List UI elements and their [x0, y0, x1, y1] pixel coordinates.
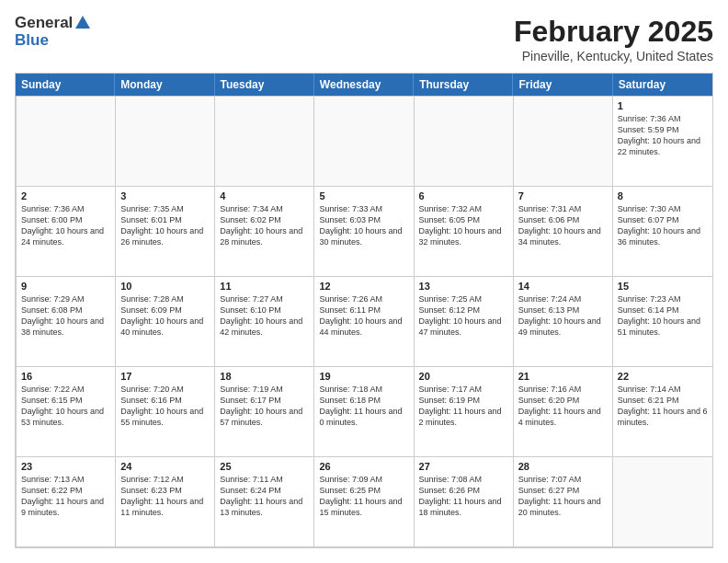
cal-cell-empty-0-2 — [215, 97, 314, 186]
cal-header-saturday: Saturday — [613, 74, 712, 96]
cal-cell-6: 6Sunrise: 7:32 AM Sunset: 6:05 PM Daylig… — [415, 187, 514, 276]
cal-header-wednesday: Wednesday — [314, 74, 414, 96]
cal-cell-19: 19Sunrise: 7:18 AM Sunset: 6:18 PM Dayli… — [314, 367, 414, 456]
cal-cell-16: 16Sunrise: 7:22 AM Sunset: 6:15 PM Dayli… — [17, 367, 116, 456]
cal-header-tuesday: Tuesday — [215, 74, 314, 96]
cal-header-sunday: Sunday — [16, 74, 115, 96]
day-number: 9 — [21, 281, 110, 292]
day-number: 5 — [319, 190, 408, 201]
day-number: 28 — [518, 461, 608, 472]
cell-info: Sunrise: 7:31 AM Sunset: 6:06 PM Dayligh… — [518, 203, 608, 248]
cal-cell-27: 27Sunrise: 7:08 AM Sunset: 6:26 PM Dayli… — [415, 457, 514, 546]
day-number: 2 — [21, 190, 110, 201]
cal-cell-4: 4Sunrise: 7:34 AM Sunset: 6:02 PM Daylig… — [215, 187, 314, 276]
svg-marker-0 — [75, 16, 90, 29]
day-number: 15 — [618, 281, 708, 292]
cal-cell-28: 28Sunrise: 7:07 AM Sunset: 6:27 PM Dayli… — [514, 457, 613, 546]
cal-cell-9: 9Sunrise: 7:29 AM Sunset: 6:08 PM Daylig… — [17, 277, 116, 366]
cell-info: Sunrise: 7:28 AM Sunset: 6:09 PM Dayligh… — [120, 293, 210, 339]
cell-info: Sunrise: 7:12 AM Sunset: 6:23 PM Dayligh… — [120, 474, 210, 519]
cal-cell-23: 23Sunrise: 7:13 AM Sunset: 6:22 PM Dayli… — [17, 457, 116, 546]
calendar-title: February 2025 — [514, 15, 713, 49]
cal-cell-empty-0-5 — [514, 97, 613, 186]
calendar-grid: 1Sunrise: 7:36 AM Sunset: 5:59 PM Daylig… — [16, 96, 712, 547]
cell-info: Sunrise: 7:27 AM Sunset: 6:10 PM Dayligh… — [220, 293, 309, 339]
cal-cell-empty-4-6 — [613, 457, 712, 546]
day-number: 17 — [120, 371, 210, 382]
cal-cell-empty-0-4 — [415, 97, 514, 186]
cal-cell-12: 12Sunrise: 7:26 AM Sunset: 6:11 PM Dayli… — [314, 277, 414, 366]
cell-info: Sunrise: 7:34 AM Sunset: 6:02 PM Dayligh… — [220, 203, 309, 248]
cal-cell-1: 1Sunrise: 7:36 AM Sunset: 5:59 PM Daylig… — [613, 97, 712, 186]
day-number: 4 — [220, 190, 309, 201]
cal-cell-10: 10Sunrise: 7:28 AM Sunset: 6:09 PM Dayli… — [116, 277, 215, 366]
cal-cell-13: 13Sunrise: 7:25 AM Sunset: 6:12 PM Dayli… — [415, 277, 514, 366]
day-number: 13 — [419, 281, 508, 292]
cal-cell-3: 3Sunrise: 7:35 AM Sunset: 6:01 PM Daylig… — [116, 187, 215, 276]
cell-info: Sunrise: 7:09 AM Sunset: 6:25 PM Dayligh… — [319, 474, 408, 519]
cal-cell-empty-0-0 — [17, 97, 116, 186]
day-number: 25 — [220, 461, 309, 472]
cal-cell-empty-0-3 — [314, 97, 414, 186]
cal-cell-7: 7Sunrise: 7:31 AM Sunset: 6:06 PM Daylig… — [514, 187, 613, 276]
cell-info: Sunrise: 7:13 AM Sunset: 6:22 PM Dayligh… — [21, 474, 110, 519]
calendar-header-row: SundayMondayTuesdayWednesdayThursdayFrid… — [16, 74, 712, 96]
cell-info: Sunrise: 7:36 AM Sunset: 5:59 PM Dayligh… — [618, 113, 708, 158]
cell-info: Sunrise: 7:26 AM Sunset: 6:11 PM Dayligh… — [319, 293, 408, 339]
cell-info: Sunrise: 7:16 AM Sunset: 6:20 PM Dayligh… — [518, 384, 608, 429]
cal-cell-11: 11Sunrise: 7:27 AM Sunset: 6:10 PM Dayli… — [215, 277, 314, 366]
cal-cell-25: 25Sunrise: 7:11 AM Sunset: 6:24 PM Dayli… — [215, 457, 314, 546]
cell-info: Sunrise: 7:22 AM Sunset: 6:15 PM Dayligh… — [21, 384, 110, 429]
cal-header-friday: Friday — [513, 74, 612, 96]
day-number: 1 — [618, 100, 708, 111]
day-number: 24 — [120, 461, 210, 472]
logo-triangle-icon — [75, 16, 90, 32]
cell-info: Sunrise: 7:11 AM Sunset: 6:24 PM Dayligh… — [220, 474, 309, 519]
cal-row-3: 16Sunrise: 7:22 AM Sunset: 6:15 PM Dayli… — [17, 366, 712, 456]
cell-info: Sunrise: 7:33 AM Sunset: 6:03 PM Dayligh… — [319, 203, 408, 248]
cal-cell-15: 15Sunrise: 7:23 AM Sunset: 6:14 PM Dayli… — [613, 277, 712, 366]
header: General Blue February 2025 Pineville, Ke… — [15, 15, 713, 63]
calendar-subtitle: Pineville, Kentucky, United States — [514, 49, 713, 63]
cal-row-4: 23Sunrise: 7:13 AM Sunset: 6:22 PM Dayli… — [17, 456, 712, 546]
cell-info: Sunrise: 7:08 AM Sunset: 6:26 PM Dayligh… — [419, 474, 508, 519]
day-number: 14 — [518, 281, 608, 292]
day-number: 12 — [319, 281, 408, 292]
day-number: 6 — [419, 190, 508, 201]
cal-cell-5: 5Sunrise: 7:33 AM Sunset: 6:03 PM Daylig… — [314, 187, 414, 276]
cell-info: Sunrise: 7:29 AM Sunset: 6:08 PM Dayligh… — [21, 293, 110, 339]
cal-cell-22: 22Sunrise: 7:14 AM Sunset: 6:21 PM Dayli… — [613, 367, 712, 456]
cal-row-1: 2Sunrise: 7:36 AM Sunset: 6:00 PM Daylig… — [17, 186, 712, 276]
day-number: 26 — [319, 461, 408, 472]
day-number: 20 — [419, 371, 508, 382]
cell-info: Sunrise: 7:19 AM Sunset: 6:17 PM Dayligh… — [220, 384, 309, 429]
day-number: 16 — [21, 371, 110, 382]
day-number: 22 — [618, 371, 708, 382]
cal-header-thursday: Thursday — [414, 74, 513, 96]
day-number: 3 — [120, 190, 210, 201]
cal-row-2: 9Sunrise: 7:29 AM Sunset: 6:08 PM Daylig… — [17, 276, 712, 366]
logo: General Blue — [15, 15, 90, 49]
cell-info: Sunrise: 7:35 AM Sunset: 6:01 PM Dayligh… — [120, 203, 210, 248]
cell-info: Sunrise: 7:14 AM Sunset: 6:21 PM Dayligh… — [618, 384, 708, 429]
cell-info: Sunrise: 7:32 AM Sunset: 6:05 PM Dayligh… — [419, 203, 508, 248]
cell-info: Sunrise: 7:23 AM Sunset: 6:14 PM Dayligh… — [618, 293, 708, 339]
cell-info: Sunrise: 7:07 AM Sunset: 6:27 PM Dayligh… — [518, 474, 608, 519]
cal-cell-8: 8Sunrise: 7:30 AM Sunset: 6:07 PM Daylig… — [613, 187, 712, 276]
cal-cell-14: 14Sunrise: 7:24 AM Sunset: 6:13 PM Dayli… — [514, 277, 613, 366]
calendar-page: General Blue February 2025 Pineville, Ke… — [0, 0, 728, 563]
cell-info: Sunrise: 7:18 AM Sunset: 6:18 PM Dayligh… — [319, 384, 408, 429]
cell-info: Sunrise: 7:30 AM Sunset: 6:07 PM Dayligh… — [618, 203, 708, 248]
cell-info: Sunrise: 7:17 AM Sunset: 6:19 PM Dayligh… — [419, 384, 508, 429]
calendar: SundayMondayTuesdayWednesdayThursdayFrid… — [15, 73, 713, 548]
cal-row-0: 1Sunrise: 7:36 AM Sunset: 5:59 PM Daylig… — [17, 96, 712, 186]
cell-info: Sunrise: 7:25 AM Sunset: 6:12 PM Dayligh… — [419, 293, 508, 339]
day-number: 7 — [518, 190, 608, 201]
logo-general-text: General — [15, 15, 73, 32]
day-number: 18 — [220, 371, 309, 382]
cal-cell-24: 24Sunrise: 7:12 AM Sunset: 6:23 PM Dayli… — [116, 457, 215, 546]
day-number: 11 — [220, 281, 309, 292]
day-number: 27 — [419, 461, 508, 472]
cell-info: Sunrise: 7:24 AM Sunset: 6:13 PM Dayligh… — [518, 293, 608, 339]
title-block: February 2025 Pineville, Kentucky, Unite… — [514, 15, 713, 63]
